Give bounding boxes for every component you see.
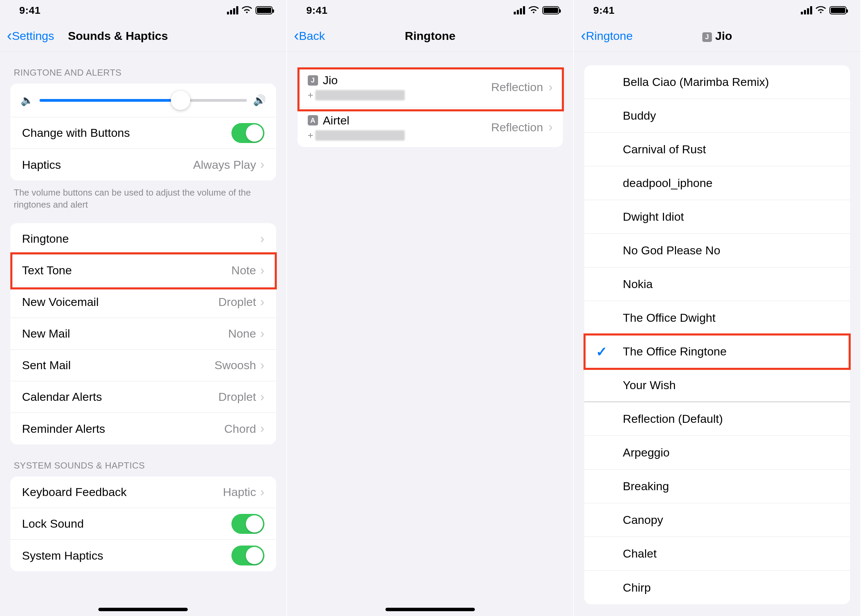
- ringtone-row[interactable]: Breaking: [584, 470, 850, 503]
- row-sound-type[interactable]: New VoicemailDroplet›: [10, 286, 276, 318]
- row-change-with-buttons: Change with Buttons: [10, 117, 276, 149]
- volume-slider-thumb[interactable]: [171, 91, 190, 110]
- toggle-system-haptics[interactable]: [231, 545, 264, 566]
- toggle-change-with-buttons[interactable]: [231, 123, 264, 143]
- row-keyboard-feedback[interactable]: Keyboard Feedback Haptic ›: [10, 476, 276, 508]
- volume-slider-fill: [39, 99, 181, 102]
- ringtone-row[interactable]: Dwight Idiot: [584, 200, 850, 234]
- ringtone-label: The Office Dwight: [623, 311, 716, 325]
- volume-slider[interactable]: [39, 99, 247, 102]
- checkmark-icon: ✓: [596, 344, 623, 360]
- row-label: Keyboard Feedback: [22, 486, 126, 499]
- row-label: Change with Buttons: [22, 126, 130, 140]
- volume-high-icon: 🔊: [253, 94, 266, 106]
- page-title-text: Jio: [715, 29, 732, 42]
- chevron-right-icon: ›: [260, 295, 264, 310]
- ringtone-label: Dwight Idiot: [623, 210, 684, 223]
- ringtone-row[interactable]: ✓The Office Ringtone: [584, 335, 850, 369]
- chevron-right-icon: ›: [260, 390, 264, 404]
- row-sim[interactable]: AAirtel+Reflection›: [297, 107, 563, 147]
- ringtone-row[interactable]: Chalet: [584, 537, 850, 570]
- row-label: Lock Sound: [22, 517, 84, 530]
- row-label: Sent Mail: [22, 358, 71, 372]
- ringtone-row[interactable]: Bella Ciao (Marimba Remix): [584, 65, 850, 99]
- wifi-icon: [529, 6, 539, 14]
- screen-ringtone-sims: 9:41 ‹ Back Ringtone JJio+Reflection›AAi…: [287, 0, 574, 616]
- back-button[interactable]: ‹ Back: [294, 28, 325, 44]
- ringtone-row[interactable]: Reflection (Default): [584, 402, 850, 436]
- chevron-left-icon: ‹: [7, 28, 12, 43]
- ringtone-label: Reflection (Default): [623, 412, 723, 426]
- ringtone-label: No God Please No: [623, 244, 720, 257]
- sim-badge-icon: J: [308, 75, 318, 86]
- ringtone-label: Arpeggio: [623, 446, 669, 459]
- row-haptics[interactable]: Haptics Always Play ›: [10, 149, 276, 181]
- back-button[interactable]: ‹ Ringtone: [581, 28, 633, 44]
- ringtone-label: Carnival of Rust: [623, 143, 706, 156]
- status-icons: [801, 6, 847, 14]
- status-time: 9:41: [593, 5, 614, 16]
- chevron-right-icon: ›: [548, 120, 552, 134]
- cellular-icon: [801, 6, 812, 14]
- content: JJio+Reflection›AAirtel+Reflection›: [287, 68, 573, 161]
- chevron-left-icon: ‹: [294, 28, 299, 43]
- battery-icon: [255, 6, 273, 14]
- sim-name: Airtel: [323, 114, 349, 127]
- row-sound-type[interactable]: Calendar AlertsDroplet›: [10, 381, 276, 413]
- row-lock-sound: Lock Sound: [10, 508, 276, 540]
- ringtone-label: Breaking: [623, 479, 669, 493]
- ringtone-row[interactable]: Arpeggio: [584, 436, 850, 470]
- chevron-right-icon: ›: [260, 232, 264, 246]
- row-sim[interactable]: JJio+Reflection›: [297, 68, 563, 107]
- ringtone-label: Nokia: [623, 277, 653, 291]
- back-label: Ringtone: [586, 29, 633, 42]
- wifi-icon: [242, 6, 252, 14]
- row-sound-type[interactable]: New MailNone›: [10, 318, 276, 350]
- row-value: Droplet: [218, 390, 256, 404]
- nav-bar: ‹ Back Ringtone: [287, 20, 573, 52]
- ringtone-row[interactable]: deadpool_iphone: [584, 167, 850, 200]
- page-title: Ringtone: [405, 29, 455, 42]
- ringtone-label: Buddy: [623, 109, 656, 123]
- row-value: Swoosh: [214, 358, 256, 372]
- volume-low-icon: 🔈: [20, 94, 33, 106]
- battery-icon: [542, 6, 559, 14]
- chevron-right-icon: ›: [260, 263, 264, 278]
- wifi-icon: [815, 6, 826, 14]
- battery-icon: [830, 6, 847, 14]
- row-sound-type[interactable]: Sent MailSwoosh›: [10, 350, 276, 381]
- sim-badge-icon: A: [308, 115, 318, 126]
- chevron-right-icon: ›: [260, 358, 264, 372]
- group-ringtone-alerts: 🔈 🔊 Change with Buttons Haptics Always P…: [10, 83, 276, 181]
- row-sound-type[interactable]: Text ToneNote›: [10, 255, 276, 286]
- sim-number: +: [308, 90, 405, 101]
- row-value: Reflection: [491, 121, 543, 134]
- cellular-icon: [227, 6, 238, 14]
- ringtone-row[interactable]: Nokia: [584, 267, 850, 301]
- ringtone-row[interactable]: Carnival of Rust: [584, 133, 850, 167]
- row-value: Reflection: [491, 80, 543, 94]
- ringtone-row[interactable]: The Office Dwight: [584, 301, 850, 335]
- ringtone-row[interactable]: No God Please No: [584, 234, 850, 267]
- ringtone-row[interactable]: Your Wish: [584, 369, 850, 402]
- content: Bella Ciao (Marimba Remix)BuddyCarnival …: [574, 65, 860, 616]
- screen-sounds-haptics: 9:41 ‹ Settings Sounds & Haptics RINGTON…: [0, 0, 287, 616]
- ringtone-label: Chirp: [623, 581, 650, 594]
- row-label: Calendar Alerts: [22, 390, 102, 404]
- sim-name: Jio: [323, 74, 338, 87]
- back-button[interactable]: ‹ Settings: [7, 28, 54, 44]
- ringtone-row[interactable]: Canopy: [584, 503, 850, 537]
- chevron-right-icon: ›: [260, 485, 264, 500]
- row-sound-type[interactable]: Reminder AlertsChord›: [10, 413, 276, 445]
- row-label: New Mail: [22, 327, 70, 340]
- ringtone-row[interactable]: Buddy: [584, 99, 850, 133]
- row-label: Haptics: [22, 158, 61, 171]
- row-label: Text Tone: [22, 264, 72, 277]
- row-label: New Voicemail: [22, 295, 99, 309]
- group-ringtones: Bella Ciao (Marimba Remix)BuddyCarnival …: [584, 65, 850, 604]
- toggle-lock-sound[interactable]: [231, 514, 264, 534]
- row-value: Always Play: [193, 158, 256, 171]
- ringtone-row[interactable]: Chirp: [584, 570, 850, 604]
- status-time: 9:41: [306, 5, 328, 16]
- row-sound-type[interactable]: Ringtone›: [10, 223, 276, 255]
